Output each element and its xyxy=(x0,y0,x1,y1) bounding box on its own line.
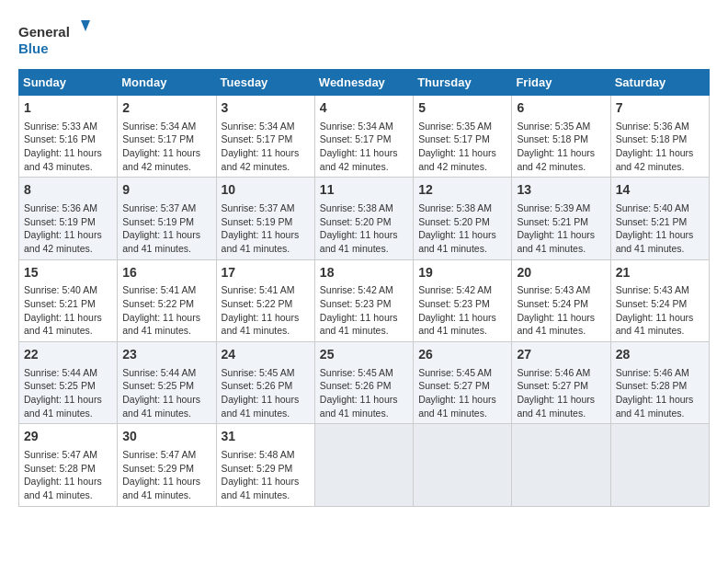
week-row-3: 15Sunrise: 5:40 AM Sunset: 5:21 PM Dayli… xyxy=(19,259,710,341)
logo-svg: General Blue xyxy=(18,18,92,60)
day-number: 13 xyxy=(517,181,605,200)
day-info: Sunrise: 5:43 AM Sunset: 5:24 PM Dayligh… xyxy=(616,283,704,338)
day-info: Sunrise: 5:38 AM Sunset: 5:20 PM Dayligh… xyxy=(320,201,408,256)
calendar-cell: 5Sunrise: 5:35 AM Sunset: 5:17 PM Daylig… xyxy=(414,96,512,178)
calendar-cell xyxy=(314,424,413,506)
calendar-cell: 17Sunrise: 5:41 AM Sunset: 5:22 PM Dayli… xyxy=(216,259,314,341)
day-info: Sunrise: 5:40 AM Sunset: 5:21 PM Dayligh… xyxy=(24,283,112,338)
week-row-5: 29Sunrise: 5:47 AM Sunset: 5:28 PM Dayli… xyxy=(19,424,710,506)
day-info: Sunrise: 5:44 AM Sunset: 5:25 PM Dayligh… xyxy=(24,366,112,420)
day-info: Sunrise: 5:41 AM Sunset: 5:22 PM Dayligh… xyxy=(122,283,210,338)
week-row-2: 8Sunrise: 5:36 AM Sunset: 5:19 PM Daylig… xyxy=(19,178,710,259)
day-info: Sunrise: 5:42 AM Sunset: 5:23 PM Dayligh… xyxy=(320,283,408,338)
calendar-header: SundayMondayTuesdayWednesdayThursdayFrid… xyxy=(19,70,710,96)
day-number: 2 xyxy=(122,99,210,118)
calendar-cell: 28Sunrise: 5:46 AM Sunset: 5:28 PM Dayli… xyxy=(610,342,709,424)
day-info: Sunrise: 5:46 AM Sunset: 5:28 PM Dayligh… xyxy=(616,366,704,420)
day-info: Sunrise: 5:34 AM Sunset: 5:17 PM Dayligh… xyxy=(320,120,408,174)
day-number: 10 xyxy=(222,181,310,200)
calendar-cell: 4Sunrise: 5:34 AM Sunset: 5:17 PM Daylig… xyxy=(314,96,413,178)
calendar-cell: 6Sunrise: 5:35 AM Sunset: 5:18 PM Daylig… xyxy=(512,96,610,178)
calendar-cell: 25Sunrise: 5:45 AM Sunset: 5:26 PM Dayli… xyxy=(314,342,413,424)
day-number: 14 xyxy=(616,181,704,200)
header-row: SundayMondayTuesdayWednesdayThursdayFrid… xyxy=(19,70,710,96)
calendar-cell: 24Sunrise: 5:45 AM Sunset: 5:26 PM Dayli… xyxy=(216,342,314,424)
logo: General Blue xyxy=(18,18,92,60)
day-info: Sunrise: 5:39 AM Sunset: 5:21 PM Dayligh… xyxy=(517,201,605,256)
calendar-cell: 7Sunrise: 5:36 AM Sunset: 5:18 PM Daylig… xyxy=(610,96,709,178)
header-saturday: Saturday xyxy=(610,70,709,96)
calendar-cell: 11Sunrise: 5:38 AM Sunset: 5:20 PM Dayli… xyxy=(314,178,413,259)
calendar-table: SundayMondayTuesdayWednesdayThursdayFrid… xyxy=(18,69,710,507)
calendar-cell: 12Sunrise: 5:38 AM Sunset: 5:20 PM Dayli… xyxy=(414,178,512,259)
day-number: 26 xyxy=(418,346,506,364)
day-info: Sunrise: 5:38 AM Sunset: 5:20 PM Dayligh… xyxy=(418,201,506,256)
day-info: Sunrise: 5:41 AM Sunset: 5:22 PM Dayligh… xyxy=(222,283,310,338)
day-number: 19 xyxy=(418,264,506,282)
day-info: Sunrise: 5:45 AM Sunset: 5:27 PM Dayligh… xyxy=(418,366,506,420)
day-info: Sunrise: 5:47 AM Sunset: 5:29 PM Dayligh… xyxy=(122,448,210,502)
calendar-cell: 14Sunrise: 5:40 AM Sunset: 5:21 PM Dayli… xyxy=(610,178,709,259)
day-info: Sunrise: 5:33 AM Sunset: 5:16 PM Dayligh… xyxy=(24,120,112,174)
day-number: 20 xyxy=(517,264,605,282)
day-number: 27 xyxy=(517,346,605,364)
day-number: 17 xyxy=(222,264,310,282)
day-number: 4 xyxy=(320,99,408,118)
header-thursday: Thursday xyxy=(414,70,512,96)
svg-marker-2 xyxy=(81,20,90,31)
calendar-cell xyxy=(512,424,610,506)
day-number: 12 xyxy=(418,181,506,200)
day-info: Sunrise: 5:37 AM Sunset: 5:19 PM Dayligh… xyxy=(222,201,310,256)
day-number: 29 xyxy=(24,428,112,446)
day-info: Sunrise: 5:45 AM Sunset: 5:26 PM Dayligh… xyxy=(222,366,310,420)
day-number: 1 xyxy=(24,99,112,118)
calendar-cell: 23Sunrise: 5:44 AM Sunset: 5:25 PM Dayli… xyxy=(118,342,216,424)
day-info: Sunrise: 5:47 AM Sunset: 5:28 PM Dayligh… xyxy=(24,448,112,502)
day-number: 25 xyxy=(320,346,408,364)
day-number: 28 xyxy=(616,346,704,364)
calendar-cell: 9Sunrise: 5:37 AM Sunset: 5:19 PM Daylig… xyxy=(118,178,216,259)
day-number: 23 xyxy=(122,346,210,364)
day-info: Sunrise: 5:46 AM Sunset: 5:27 PM Dayligh… xyxy=(517,366,605,420)
calendar-cell: 21Sunrise: 5:43 AM Sunset: 5:24 PM Dayli… xyxy=(610,259,709,341)
day-info: Sunrise: 5:43 AM Sunset: 5:24 PM Dayligh… xyxy=(517,283,605,338)
day-info: Sunrise: 5:40 AM Sunset: 5:21 PM Dayligh… xyxy=(616,201,704,256)
day-number: 6 xyxy=(517,99,605,118)
calendar-cell: 13Sunrise: 5:39 AM Sunset: 5:21 PM Dayli… xyxy=(512,178,610,259)
calendar-cell: 2Sunrise: 5:34 AM Sunset: 5:17 PM Daylig… xyxy=(118,96,216,178)
calendar-cell: 15Sunrise: 5:40 AM Sunset: 5:21 PM Dayli… xyxy=(19,259,118,341)
day-number: 22 xyxy=(24,346,112,364)
calendar-cell: 20Sunrise: 5:43 AM Sunset: 5:24 PM Dayli… xyxy=(512,259,610,341)
day-info: Sunrise: 5:35 AM Sunset: 5:18 PM Dayligh… xyxy=(517,120,605,174)
svg-text:Blue: Blue xyxy=(18,40,49,56)
calendar-cell: 26Sunrise: 5:45 AM Sunset: 5:27 PM Dayli… xyxy=(414,342,512,424)
header-monday: Monday xyxy=(118,70,216,96)
day-info: Sunrise: 5:36 AM Sunset: 5:18 PM Dayligh… xyxy=(616,120,704,174)
calendar-cell: 27Sunrise: 5:46 AM Sunset: 5:27 PM Dayli… xyxy=(512,342,610,424)
calendar-cell: 10Sunrise: 5:37 AM Sunset: 5:19 PM Dayli… xyxy=(216,178,314,259)
day-number: 24 xyxy=(222,346,310,364)
calendar-cell: 16Sunrise: 5:41 AM Sunset: 5:22 PM Dayli… xyxy=(118,259,216,341)
calendar-cell: 3Sunrise: 5:34 AM Sunset: 5:17 PM Daylig… xyxy=(216,96,314,178)
day-info: Sunrise: 5:36 AM Sunset: 5:19 PM Dayligh… xyxy=(24,201,112,256)
calendar-cell: 1Sunrise: 5:33 AM Sunset: 5:16 PM Daylig… xyxy=(19,96,118,178)
day-number: 18 xyxy=(320,264,408,282)
calendar-cell: 30Sunrise: 5:47 AM Sunset: 5:29 PM Dayli… xyxy=(118,424,216,506)
day-info: Sunrise: 5:34 AM Sunset: 5:17 PM Dayligh… xyxy=(222,120,310,174)
day-number: 9 xyxy=(122,181,210,200)
svg-text:General: General xyxy=(18,24,70,40)
calendar-cell: 29Sunrise: 5:47 AM Sunset: 5:28 PM Dayli… xyxy=(19,424,118,506)
page-header: General Blue xyxy=(18,18,710,60)
day-info: Sunrise: 5:42 AM Sunset: 5:23 PM Dayligh… xyxy=(418,283,506,338)
header-wednesday: Wednesday xyxy=(314,70,413,96)
week-row-1: 1Sunrise: 5:33 AM Sunset: 5:16 PM Daylig… xyxy=(19,96,710,178)
calendar-body: 1Sunrise: 5:33 AM Sunset: 5:16 PM Daylig… xyxy=(19,96,710,507)
header-sunday: Sunday xyxy=(19,70,118,96)
week-row-4: 22Sunrise: 5:44 AM Sunset: 5:25 PM Dayli… xyxy=(19,342,710,424)
day-number: 15 xyxy=(24,264,112,282)
day-info: Sunrise: 5:34 AM Sunset: 5:17 PM Dayligh… xyxy=(122,120,210,174)
day-number: 3 xyxy=(222,99,310,118)
day-info: Sunrise: 5:37 AM Sunset: 5:19 PM Dayligh… xyxy=(122,201,210,256)
calendar-cell: 8Sunrise: 5:36 AM Sunset: 5:19 PM Daylig… xyxy=(19,178,118,259)
header-friday: Friday xyxy=(512,70,610,96)
